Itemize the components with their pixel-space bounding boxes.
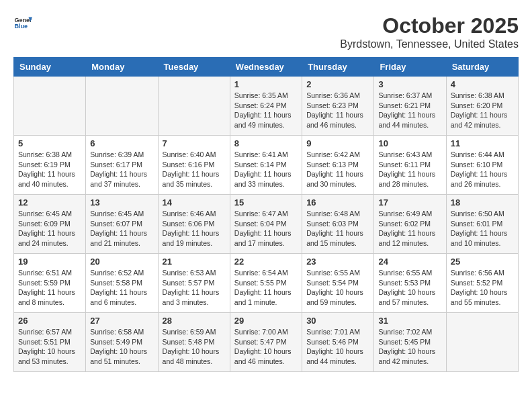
day-info: Sunrise: 6:48 AM Sunset: 6:03 PM Dayligh… bbox=[306, 209, 369, 248]
day-number: 21 bbox=[163, 257, 226, 267]
calendar-cell: 10Sunrise: 6:43 AM Sunset: 6:11 PM Dayli… bbox=[374, 136, 446, 195]
day-info: Sunrise: 6:41 AM Sunset: 6:14 PM Dayligh… bbox=[234, 150, 298, 189]
day-number: 31 bbox=[378, 316, 441, 326]
calendar-cell: 20Sunrise: 6:52 AM Sunset: 5:58 PM Dayli… bbox=[86, 254, 158, 313]
day-number: 26 bbox=[18, 316, 81, 326]
calendar-cell: 18Sunrise: 6:50 AM Sunset: 6:01 PM Dayli… bbox=[446, 195, 518, 254]
calendar-cell: 29Sunrise: 7:00 AM Sunset: 5:47 PM Dayli… bbox=[230, 313, 302, 372]
calendar-cell bbox=[158, 77, 230, 136]
day-number: 4 bbox=[451, 79, 514, 89]
calendar-cell: 11Sunrise: 6:44 AM Sunset: 6:10 PM Dayli… bbox=[446, 136, 518, 195]
calendar-cell: 6Sunrise: 6:39 AM Sunset: 6:17 PM Daylig… bbox=[86, 136, 158, 195]
day-number: 29 bbox=[234, 316, 298, 326]
day-info: Sunrise: 6:49 AM Sunset: 6:02 PM Dayligh… bbox=[378, 209, 441, 248]
calendar-cell: 17Sunrise: 6:49 AM Sunset: 6:02 PM Dayli… bbox=[374, 195, 446, 254]
day-info: Sunrise: 6:47 AM Sunset: 6:04 PM Dayligh… bbox=[234, 209, 298, 248]
day-info: Sunrise: 6:38 AM Sunset: 6:20 PM Dayligh… bbox=[451, 91, 514, 130]
calendar-cell: 4Sunrise: 6:38 AM Sunset: 6:20 PM Daylig… bbox=[446, 77, 518, 136]
day-info: Sunrise: 6:36 AM Sunset: 6:23 PM Dayligh… bbox=[306, 91, 369, 130]
day-number: 25 bbox=[451, 257, 514, 267]
day-number: 2 bbox=[306, 79, 369, 89]
day-number: 24 bbox=[378, 257, 441, 267]
calendar-cell: 13Sunrise: 6:45 AM Sunset: 6:07 PM Dayli… bbox=[86, 195, 158, 254]
day-info: Sunrise: 6:46 AM Sunset: 6:06 PM Dayligh… bbox=[163, 209, 226, 248]
day-number: 16 bbox=[306, 197, 369, 208]
calendar-cell: 12Sunrise: 6:45 AM Sunset: 6:09 PM Dayli… bbox=[14, 195, 86, 254]
day-header-tuesday: Tuesday bbox=[158, 58, 230, 77]
day-info: Sunrise: 6:55 AM Sunset: 5:53 PM Dayligh… bbox=[378, 268, 441, 308]
day-info: Sunrise: 6:50 AM Sunset: 6:01 PM Dayligh… bbox=[451, 209, 514, 248]
calendar-cell: 22Sunrise: 6:54 AM Sunset: 5:55 PM Dayli… bbox=[230, 254, 302, 313]
day-number: 22 bbox=[234, 257, 298, 267]
day-header-saturday: Saturday bbox=[446, 58, 518, 77]
day-number: 12 bbox=[18, 197, 81, 208]
day-info: Sunrise: 6:42 AM Sunset: 6:13 PM Dayligh… bbox=[306, 150, 369, 189]
month-title: October 2025 bbox=[340, 13, 519, 38]
calendar-cell: 31Sunrise: 7:02 AM Sunset: 5:45 PM Dayli… bbox=[374, 313, 446, 372]
calendar-week-row: 26Sunrise: 6:57 AM Sunset: 5:51 PM Dayli… bbox=[14, 313, 519, 372]
day-number: 7 bbox=[163, 138, 226, 148]
day-number: 23 bbox=[306, 257, 369, 267]
day-info: Sunrise: 6:43 AM Sunset: 6:11 PM Dayligh… bbox=[378, 150, 441, 189]
calendar-cell: 21Sunrise: 6:53 AM Sunset: 5:57 PM Dayli… bbox=[158, 254, 230, 313]
day-info: Sunrise: 7:02 AM Sunset: 5:45 PM Dayligh… bbox=[378, 327, 441, 367]
day-number: 8 bbox=[234, 138, 298, 148]
day-number: 20 bbox=[90, 257, 153, 267]
day-number: 9 bbox=[306, 138, 369, 148]
calendar-cell: 5Sunrise: 6:38 AM Sunset: 6:19 PM Daylig… bbox=[14, 136, 86, 195]
calendar-cell: 14Sunrise: 6:46 AM Sunset: 6:06 PM Dayli… bbox=[158, 195, 230, 254]
day-number: 10 bbox=[378, 138, 441, 148]
title-area: October 2025 Byrdstown, Tennessee, Unite… bbox=[340, 13, 519, 50]
day-number: 13 bbox=[90, 197, 153, 208]
day-info: Sunrise: 6:51 AM Sunset: 5:59 PM Dayligh… bbox=[18, 268, 81, 308]
location-title: Byrdstown, Tennessee, United States bbox=[340, 38, 519, 50]
day-info: Sunrise: 6:57 AM Sunset: 5:51 PM Dayligh… bbox=[18, 327, 81, 367]
day-number: 1 bbox=[234, 79, 298, 89]
day-header-monday: Monday bbox=[86, 58, 158, 77]
day-header-friday: Friday bbox=[374, 58, 446, 77]
calendar-header-row: SundayMondayTuesdayWednesdayThursdayFrid… bbox=[14, 58, 519, 77]
day-info: Sunrise: 6:35 AM Sunset: 6:24 PM Dayligh… bbox=[234, 91, 298, 130]
day-info: Sunrise: 6:45 AM Sunset: 6:09 PM Dayligh… bbox=[18, 209, 81, 248]
day-info: Sunrise: 6:45 AM Sunset: 6:07 PM Dayligh… bbox=[90, 209, 153, 248]
day-number: 17 bbox=[378, 197, 441, 208]
calendar-week-row: 19Sunrise: 6:51 AM Sunset: 5:59 PM Dayli… bbox=[14, 254, 519, 313]
day-number: 15 bbox=[234, 197, 298, 208]
calendar-cell: 2Sunrise: 6:36 AM Sunset: 6:23 PM Daylig… bbox=[302, 77, 374, 136]
day-number: 6 bbox=[90, 138, 153, 148]
day-info: Sunrise: 6:39 AM Sunset: 6:17 PM Dayligh… bbox=[90, 150, 153, 189]
logo-icon: General Blue bbox=[13, 13, 32, 32]
day-info: Sunrise: 6:44 AM Sunset: 6:10 PM Dayligh… bbox=[451, 150, 514, 189]
calendar-cell: 9Sunrise: 6:42 AM Sunset: 6:13 PM Daylig… bbox=[302, 136, 374, 195]
day-header-wednesday: Wednesday bbox=[230, 58, 302, 77]
calendar-cell: 3Sunrise: 6:37 AM Sunset: 6:21 PM Daylig… bbox=[374, 77, 446, 136]
day-number: 11 bbox=[451, 138, 514, 148]
day-info: Sunrise: 6:58 AM Sunset: 5:49 PM Dayligh… bbox=[90, 327, 153, 367]
calendar-cell: 30Sunrise: 7:01 AM Sunset: 5:46 PM Dayli… bbox=[302, 313, 374, 372]
day-number: 5 bbox=[18, 138, 81, 148]
calendar-cell bbox=[446, 313, 518, 372]
calendar-cell: 27Sunrise: 6:58 AM Sunset: 5:49 PM Dayli… bbox=[86, 313, 158, 372]
day-number: 14 bbox=[163, 197, 226, 208]
day-number: 19 bbox=[18, 257, 81, 267]
calendar-cell: 8Sunrise: 6:41 AM Sunset: 6:14 PM Daylig… bbox=[230, 136, 302, 195]
calendar-week-row: 12Sunrise: 6:45 AM Sunset: 6:09 PM Dayli… bbox=[14, 195, 519, 254]
day-info: Sunrise: 6:55 AM Sunset: 5:54 PM Dayligh… bbox=[306, 268, 369, 308]
day-header-sunday: Sunday bbox=[14, 58, 86, 77]
day-info: Sunrise: 7:00 AM Sunset: 5:47 PM Dayligh… bbox=[234, 327, 298, 367]
day-info: Sunrise: 6:53 AM Sunset: 5:57 PM Dayligh… bbox=[163, 268, 226, 308]
calendar-cell: 23Sunrise: 6:55 AM Sunset: 5:54 PM Dayli… bbox=[302, 254, 374, 313]
calendar-cell: 28Sunrise: 6:59 AM Sunset: 5:48 PM Dayli… bbox=[158, 313, 230, 372]
calendar-cell: 26Sunrise: 6:57 AM Sunset: 5:51 PM Dayli… bbox=[14, 313, 86, 372]
day-info: Sunrise: 6:52 AM Sunset: 5:58 PM Dayligh… bbox=[90, 268, 153, 308]
day-info: Sunrise: 6:40 AM Sunset: 6:16 PM Dayligh… bbox=[163, 150, 226, 189]
day-info: Sunrise: 6:59 AM Sunset: 5:48 PM Dayligh… bbox=[163, 327, 226, 367]
day-header-thursday: Thursday bbox=[302, 58, 374, 77]
calendar-week-row: 1Sunrise: 6:35 AM Sunset: 6:24 PM Daylig… bbox=[14, 77, 519, 136]
day-number: 27 bbox=[90, 316, 153, 326]
calendar-cell bbox=[86, 77, 158, 136]
page-header: General Blue October 2025 Byrdstown, Ten… bbox=[13, 13, 519, 50]
day-info: Sunrise: 6:38 AM Sunset: 6:19 PM Dayligh… bbox=[18, 150, 81, 189]
calendar-cell bbox=[14, 77, 86, 136]
day-number: 28 bbox=[163, 316, 226, 326]
